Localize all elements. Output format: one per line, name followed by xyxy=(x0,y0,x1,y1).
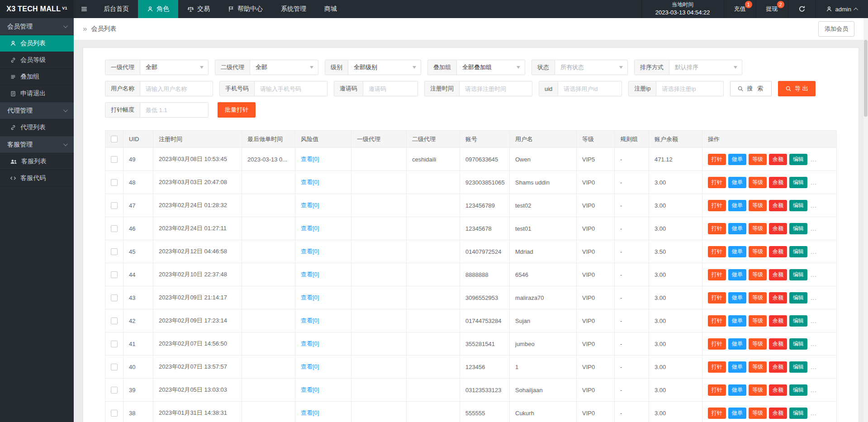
batch-inject-button[interactable]: 批量打针 xyxy=(218,102,256,118)
action-button-balance[interactable]: 余额 xyxy=(769,223,787,234)
inject-range-input[interactable] xyxy=(140,103,208,117)
action-button-balance[interactable]: 余额 xyxy=(769,154,787,165)
action-button-order[interactable]: 做单 xyxy=(728,200,746,211)
row-checkbox[interactable] xyxy=(111,318,118,324)
sidebar-group-member-management[interactable]: 会员管理 xyxy=(0,18,74,35)
action-button-balance[interactable]: 余额 xyxy=(769,361,787,373)
action-button-order[interactable]: 做单 xyxy=(728,223,746,234)
row-checkbox[interactable] xyxy=(111,202,118,209)
action-button-level[interactable]: 等级 xyxy=(749,177,767,188)
action-button-order[interactable]: 做单 xyxy=(728,384,746,396)
uid-input[interactable] xyxy=(558,81,621,96)
more-actions-button[interactable]: ... xyxy=(811,248,817,255)
sort-select[interactable]: 默认排序 xyxy=(669,60,742,75)
action-button-inject[interactable]: 打针 xyxy=(708,177,726,188)
sidebar-item-stack-group[interactable]: 叠加组 xyxy=(0,69,74,85)
action-button-level[interactable]: 等级 xyxy=(749,154,767,165)
action-button-inject[interactable]: 打针 xyxy=(708,200,726,211)
action-button-inject[interactable]: 打针 xyxy=(708,223,726,234)
action-button-edit[interactable]: 编辑 xyxy=(789,338,807,350)
risk-view-link[interactable]: 查看[0] xyxy=(301,201,319,209)
row-checkbox[interactable] xyxy=(111,225,118,232)
action-button-inject[interactable]: 打针 xyxy=(708,292,726,303)
risk-view-link[interactable]: 查看[0] xyxy=(301,363,319,371)
more-actions-button[interactable]: ... xyxy=(811,364,817,370)
risk-view-link[interactable]: 查看[0] xyxy=(301,386,319,394)
action-button-balance[interactable]: 余额 xyxy=(769,269,787,280)
action-button-inject[interactable]: 打针 xyxy=(708,338,726,350)
scrollbar-thumb[interactable] xyxy=(864,40,868,117)
risk-view-link[interactable]: 查看[0] xyxy=(301,270,319,279)
action-button-level[interactable]: 等级 xyxy=(749,315,767,327)
action-button-balance[interactable]: 余额 xyxy=(769,292,787,303)
row-checkbox[interactable] xyxy=(111,156,118,163)
action-button-order[interactable]: 做单 xyxy=(728,177,746,188)
action-button-inject[interactable]: 打针 xyxy=(708,408,726,419)
more-actions-button[interactable]: ... xyxy=(811,156,817,163)
more-actions-button[interactable]: ... xyxy=(811,271,817,278)
more-actions-button[interactable]: ... xyxy=(811,225,817,232)
action-button-level[interactable]: 等级 xyxy=(749,200,767,211)
nav-item-system[interactable]: 系统管理 xyxy=(272,0,315,18)
action-button-order[interactable]: 做单 xyxy=(728,408,746,419)
recharge-button[interactable]: 充值 1 xyxy=(724,0,756,18)
row-checkbox[interactable] xyxy=(111,410,118,417)
select-all-checkbox[interactable] xyxy=(111,136,118,142)
risk-view-link[interactable]: 查看[0] xyxy=(301,224,319,232)
action-button-inject[interactable]: 打针 xyxy=(708,384,726,396)
search-button[interactable]: 搜 索 xyxy=(730,81,772,96)
risk-view-link[interactable]: 查看[0] xyxy=(301,178,319,186)
export-button[interactable]: 导 出 xyxy=(778,81,816,96)
row-checkbox[interactable] xyxy=(111,179,118,186)
action-button-inject[interactable]: 打针 xyxy=(708,154,726,165)
action-button-balance[interactable]: 余额 xyxy=(769,338,787,350)
more-actions-button[interactable]: ... xyxy=(811,410,817,417)
action-button-edit[interactable]: 编辑 xyxy=(789,223,807,234)
action-button-balance[interactable]: 余额 xyxy=(769,384,787,396)
sidebar-item-exit-request[interactable]: 申请退出 xyxy=(0,85,74,102)
sidebar-item-member-list[interactable]: 会员列表 xyxy=(0,35,74,52)
register-ip-input[interactable] xyxy=(656,81,723,96)
more-actions-button[interactable]: ... xyxy=(811,179,817,186)
action-button-order[interactable]: 做单 xyxy=(728,338,746,350)
sidebar-item-agent-list[interactable]: 代理列表 xyxy=(0,119,74,136)
action-button-inject[interactable]: 打针 xyxy=(708,246,726,257)
risk-view-link[interactable]: 查看[0] xyxy=(301,155,319,163)
action-button-edit[interactable]: 编辑 xyxy=(789,361,807,373)
action-button-level[interactable]: 等级 xyxy=(749,338,767,350)
row-checkbox[interactable] xyxy=(111,364,118,370)
user-menu[interactable]: admin xyxy=(816,0,868,18)
sidebar-item-member-level[interactable]: 会员等级 xyxy=(0,52,74,69)
action-button-level[interactable]: 等级 xyxy=(749,292,767,303)
nav-item-help-center[interactable]: 帮助中心 xyxy=(219,0,272,18)
action-button-balance[interactable]: 余额 xyxy=(769,200,787,211)
stack-group-select[interactable]: 全部叠加组 xyxy=(457,60,525,75)
refresh-button[interactable] xyxy=(788,0,816,18)
action-button-level[interactable]: 等级 xyxy=(749,223,767,234)
page-scrollbar[interactable] xyxy=(863,18,868,422)
risk-view-link[interactable]: 查看[0] xyxy=(301,247,319,256)
phone-input[interactable] xyxy=(255,81,327,96)
action-button-edit[interactable]: 编辑 xyxy=(789,315,807,327)
nav-item-roles[interactable]: 角色 xyxy=(138,0,178,18)
action-button-edit[interactable]: 编辑 xyxy=(789,384,807,396)
action-button-balance[interactable]: 余额 xyxy=(769,408,787,419)
username-input[interactable] xyxy=(140,81,213,96)
risk-view-link[interactable]: 查看[0] xyxy=(301,340,319,348)
more-actions-button[interactable]: ... xyxy=(811,202,817,209)
action-button-order[interactable]: 做单 xyxy=(728,269,746,280)
level1-agent-select[interactable]: 全部 xyxy=(140,60,208,75)
action-button-level[interactable]: 等级 xyxy=(749,361,767,373)
nav-item-transactions[interactable]: 交易 xyxy=(178,0,219,18)
row-checkbox[interactable] xyxy=(111,271,118,278)
withdraw-button[interactable]: 提现 2 xyxy=(756,0,788,18)
action-button-balance[interactable]: 余额 xyxy=(769,315,787,327)
action-button-inject[interactable]: 打针 xyxy=(708,361,726,373)
action-button-inject[interactable]: 打针 xyxy=(708,269,726,280)
row-checkbox[interactable] xyxy=(111,248,118,255)
risk-view-link[interactable]: 查看[0] xyxy=(301,294,319,302)
more-actions-button[interactable]: ... xyxy=(811,294,817,301)
status-select[interactable]: 所有状态 xyxy=(555,60,627,75)
action-button-edit[interactable]: 编辑 xyxy=(789,269,807,280)
row-checkbox[interactable] xyxy=(111,294,118,301)
